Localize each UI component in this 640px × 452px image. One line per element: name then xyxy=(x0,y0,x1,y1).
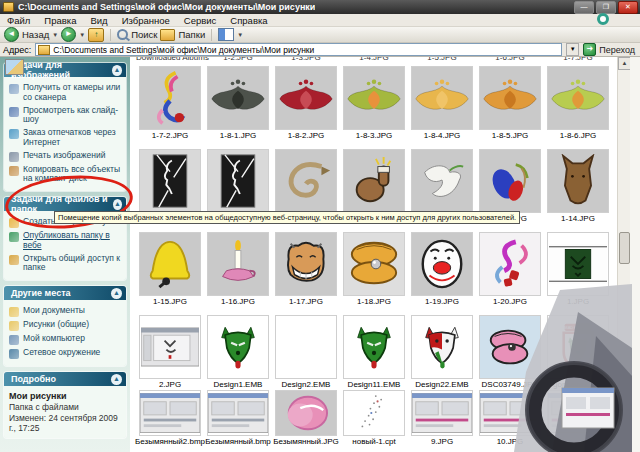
sidebar-item-picture-tasks[interactable]: Заказ отпечатков через Интернет xyxy=(9,128,122,148)
menu-справка[interactable]: Справка xyxy=(223,15,274,26)
address-input[interactable]: C:\Documents and Settings\мой офис\Мои д… xyxy=(35,43,562,56)
sidebar-item-picture-tasks[interactable]: Получить от камеры или со сканера xyxy=(9,83,122,103)
file-item[interactable]: Design2.EMB xyxy=(272,315,340,389)
file-item[interactable]: 1-20.JPG xyxy=(476,232,544,306)
file-item[interactable]: 1-8-5.JPG xyxy=(476,66,544,140)
file-label: Design1.EMB xyxy=(214,380,263,389)
views-dropdown-icon[interactable]: ▼ xyxy=(237,32,243,38)
collapse-chevron-icon[interactable]: ▲ xyxy=(111,288,122,299)
forward-icon[interactable]: ► xyxy=(61,27,76,42)
panel-title: Задачи для изображений xyxy=(11,63,112,80)
file-label: 1-18.JPG xyxy=(357,297,391,306)
file-item[interactable]: 1-8-3.JPG xyxy=(340,66,408,140)
maximize-button[interactable]: ❐ xyxy=(596,1,616,14)
file-item[interactable]: DSC03749.JPG xyxy=(476,315,544,389)
collapse-chevron-icon[interactable]: ▲ xyxy=(111,374,122,385)
file-item[interactable]: 1.JPG xyxy=(544,232,612,306)
file-label: 1-20.JPG xyxy=(493,297,527,306)
lotus-green-orange-thumbnail xyxy=(343,66,405,130)
sidebar-item-file-tasks[interactable]: Опубликовать папку в вебе xyxy=(9,231,122,251)
file-item[interactable]: 1-19.JPG xyxy=(408,232,476,306)
file-item[interactable]: 1-8-2.JPG xyxy=(272,66,340,140)
menu-правка[interactable]: Правка xyxy=(37,15,83,26)
toolbar-separator xyxy=(211,29,212,41)
forward-dropdown-icon[interactable]: ▼ xyxy=(79,32,85,38)
candle-thumbnail xyxy=(207,232,269,296)
file-item[interactable]: 1-8-6.JPG xyxy=(544,66,612,140)
menu-сервис[interactable]: Сервис xyxy=(177,15,224,26)
file-item[interactable]: 1-7-2.JPG xyxy=(136,66,204,140)
pictures-preview-icon xyxy=(5,59,24,75)
toolbar-separator xyxy=(110,29,111,41)
go-button-label: Переход xyxy=(599,45,635,55)
file-item[interactable]: 1-8-1.JPG xyxy=(204,66,272,140)
screenshot-thumbnail xyxy=(139,390,201,436)
file-row: 1-15.JPG1-16.JPG1-17.JPG1-18.JPG1-19.JPG… xyxy=(136,232,616,306)
panel-header[interactable]: Подробно▲ xyxy=(4,372,126,386)
search-button-label[interactable]: Поиск xyxy=(131,29,157,40)
sidebar-item-picture-tasks[interactable]: Печать изображений xyxy=(9,151,122,162)
sidebar-item-other-places[interactable]: Мои документы xyxy=(9,306,122,317)
lotus-gold-thumbnail xyxy=(411,66,473,130)
menu-избранное[interactable]: Избранное xyxy=(115,15,177,26)
camera-icon xyxy=(9,84,19,94)
screenshot-color-thumbnail xyxy=(411,390,473,436)
file-item[interactable]: новый-1.cpt xyxy=(340,390,408,446)
file-item[interactable]: Design22.EMB xyxy=(408,315,476,389)
file-item[interactable]: 1-8-4.JPG xyxy=(408,66,476,140)
file-label: 1-8-4.JPG xyxy=(424,131,460,140)
back-button-label[interactable]: Назад xyxy=(22,29,49,40)
details-folder-name: Мои рисунки xyxy=(9,391,122,401)
file-item[interactable]: Design1.EMB xyxy=(204,315,272,389)
panel-header[interactable]: Задачи для файлов и папок▲ xyxy=(4,197,126,211)
sidebar-item-label: Заказ отпечатков через Интернет xyxy=(23,128,122,148)
file-item[interactable] xyxy=(544,390,612,446)
printer-icon xyxy=(9,152,19,162)
menu-файл[interactable]: Файл xyxy=(0,15,37,26)
views-icon[interactable] xyxy=(218,28,234,41)
collapse-chevron-icon[interactable]: ▲ xyxy=(112,65,122,76)
close-button[interactable]: ✕ xyxy=(618,1,638,14)
file-item[interactable]: 1-16.JPG xyxy=(204,232,272,306)
lotus-green-gold-thumbnail xyxy=(547,66,609,130)
file-item[interactable]: 1-15.JPG xyxy=(136,232,204,306)
back-dropdown-icon[interactable]: ▼ xyxy=(52,32,58,38)
wolf-green-thumbnail xyxy=(343,315,405,379)
file-item[interactable]: 1-14.JPG xyxy=(544,149,612,223)
file-label: Безымянный.JPG xyxy=(273,437,339,446)
sidebar-item-picture-tasks[interactable]: Просмотреть как слайд-шоу xyxy=(9,106,122,126)
thumb-up-thumbnail xyxy=(343,149,405,213)
folders-icon[interactable] xyxy=(160,29,175,41)
collapse-chevron-icon[interactable]: ▲ xyxy=(113,199,122,210)
up-folder-icon[interactable]: ↑ xyxy=(88,28,104,42)
file-item[interactable]: MAD HOUNDSgoncava.EMB xyxy=(544,315,612,389)
menu-bar: ФайлПравкаВидИзбранноеСервисСправка xyxy=(0,14,640,27)
file-item[interactable]: 10.JPG xyxy=(476,390,544,446)
file-item[interactable]: 2.JPG xyxy=(136,315,204,389)
sidebar-item-other-places[interactable]: Рисунки (общие) xyxy=(9,320,122,331)
file-item[interactable]: 1-17.JPG xyxy=(272,232,340,306)
smiley-face-thumbnail xyxy=(275,232,337,296)
file-item[interactable]: Безымянный2.bmp xyxy=(136,390,204,446)
sidebar-item-file-tasks[interactable]: Открыть общий доступ к папке xyxy=(9,254,122,274)
pink-oyster-photo-thumbnail xyxy=(479,315,541,379)
minimize-button[interactable]: — xyxy=(574,1,594,14)
vertical-scrollbar[interactable]: ▲ ▼ xyxy=(617,57,630,452)
scrollbar-thumb[interactable] xyxy=(619,232,630,264)
file-item[interactable]: Безымянный.bmp xyxy=(204,390,272,446)
go-button[interactable]: ➜ Переход xyxy=(583,43,637,56)
search-icon[interactable] xyxy=(117,29,128,40)
sidebar-item-other-places[interactable]: Мой компьютер xyxy=(9,334,122,345)
back-icon[interactable]: ◄ xyxy=(4,27,19,42)
menu-вид[interactable]: Вид xyxy=(83,15,114,26)
file-item[interactable]: 9.JPG xyxy=(408,390,476,446)
address-dropdown-icon[interactable]: ▼ xyxy=(566,43,579,56)
file-item[interactable]: Безымянный.JPG xyxy=(272,390,340,446)
sidebar-item-picture-tasks[interactable]: Копировать все объекты на компакт-диск xyxy=(9,165,122,185)
sidebar-item-other-places[interactable]: Сетевое окружение xyxy=(9,348,122,359)
file-item[interactable]: Design11.EMB xyxy=(340,315,408,389)
folders-button-label[interactable]: Папки xyxy=(178,29,205,40)
panel-header[interactable]: Другие места▲ xyxy=(4,286,126,300)
file-label: 1-7-2.JPG xyxy=(152,131,188,140)
file-item[interactable]: 1-18.JPG xyxy=(340,232,408,306)
